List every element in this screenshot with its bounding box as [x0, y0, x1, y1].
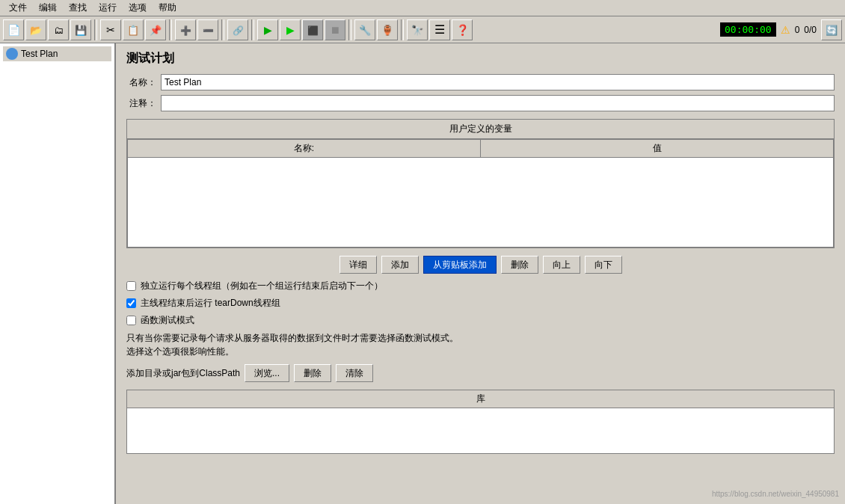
variables-btn-row: 详细 添加 从剪贴板添加 删除 向上 向下	[126, 256, 835, 274]
stoprec-icon	[330, 24, 340, 36]
detail-button[interactable]: 详细	[339, 256, 377, 274]
menu-edit[interactable]: 编辑	[33, 0, 63, 16]
variables-body	[127, 158, 834, 248]
menu-find[interactable]: 查找	[63, 0, 93, 16]
comment-row: 注释：	[126, 95, 835, 111]
refresh-icon	[826, 24, 838, 36]
checkbox2-label[interactable]: 主线程结束后运行 tearDown线程组	[141, 297, 280, 310]
collapse-button[interactable]	[197, 19, 218, 40]
info-line1: 只有当你需要记录每个请求从服务器取得的数据到文件时才需要选择函数测试模式。	[126, 331, 835, 345]
toolbar-time-area: 00:00:00 0 0/0	[720, 19, 842, 40]
section-title: 测试计划	[126, 51, 835, 67]
startno-button[interactable]	[280, 19, 301, 40]
checkbox2[interactable]	[126, 298, 136, 308]
checkbox1-label[interactable]: 独立运行每个线程组（例如在一个组运行结束后启动下一个）	[141, 280, 383, 292]
stop-button[interactable]	[302, 19, 323, 40]
library-section: 库	[126, 390, 835, 454]
start-icon	[264, 24, 272, 36]
tree-panel: Test Plan	[0, 43, 116, 504]
info-line2: 选择这个选项很影响性能。	[126, 345, 835, 358]
new-button[interactable]	[3, 19, 24, 40]
save-button[interactable]	[70, 19, 91, 40]
library-header: 库	[127, 390, 834, 408]
collapse-icon	[203, 24, 214, 36]
refresh-button[interactable]	[821, 19, 842, 40]
add-button[interactable]: 添加	[381, 256, 419, 274]
menu-help[interactable]: 帮助	[153, 0, 182, 16]
checkbox1-row: 独立运行每个线程组（例如在一个组运行结束后启动下一个）	[126, 280, 835, 292]
classpath-delete-button[interactable]: 删除	[294, 364, 331, 382]
paste-icon	[150, 24, 162, 36]
separator-6	[401, 19, 404, 40]
checkbox3-row: 函数测试模式	[126, 314, 835, 327]
startno-icon	[286, 24, 295, 36]
name-label: 名称：	[126, 76, 156, 89]
variables-section: 用户定义的变量 名称: 值	[126, 119, 835, 248]
tree-item-label: Test Plan	[21, 49, 58, 59]
checkbox3[interactable]	[126, 316, 136, 325]
separator-1	[94, 19, 97, 40]
menu-bar: 文件 编辑 查找 运行 选项 帮助	[0, 0, 845, 16]
info-text: 只有当你需要记录每个请求从服务器取得的数据到文件时才需要选择函数测试模式。 选择…	[126, 331, 835, 358]
start-button[interactable]	[257, 19, 278, 40]
open-button[interactable]	[25, 19, 46, 40]
remote-icon	[233, 24, 244, 36]
up-button[interactable]: 向上	[543, 256, 580, 274]
down-button[interactable]: 向下	[585, 256, 622, 274]
testplan-icon	[6, 48, 18, 60]
cut-icon	[106, 24, 115, 36]
copy-icon	[127, 24, 139, 36]
col-name: 名称:	[128, 140, 481, 158]
separator-2	[169, 19, 172, 40]
name-row: 名称：	[126, 74, 835, 90]
open-icon	[30, 24, 42, 36]
checkbox2-row: 主线程结束后运行 tearDown线程组	[126, 297, 835, 310]
templates-icon	[54, 24, 64, 36]
func-icon	[359, 24, 371, 36]
time-display: 00:00:00	[720, 22, 776, 37]
separator-5	[348, 19, 351, 40]
error-ratio: 0/0	[804, 25, 817, 35]
comment-input[interactable]	[161, 95, 835, 111]
help-icon	[456, 24, 469, 36]
paste-button[interactable]	[145, 19, 166, 40]
search-button[interactable]	[407, 19, 428, 40]
menu-options[interactable]: 选项	[123, 0, 153, 16]
expand-button[interactable]	[175, 19, 196, 40]
name-input[interactable]	[161, 74, 835, 90]
new-icon	[7, 24, 20, 36]
stop-icon	[307, 24, 319, 36]
list-button[interactable]	[429, 19, 450, 40]
expand-icon	[180, 24, 191, 36]
col-value: 值	[481, 140, 834, 158]
checkbox1[interactable]	[126, 281, 136, 291]
delete-button[interactable]: 删除	[501, 256, 538, 274]
templates-button[interactable]	[48, 19, 69, 40]
watermark: https://blog.csdn.net/weixin_44950981	[712, 490, 839, 498]
toolbar: 00:00:00 0 0/0	[0, 16, 845, 43]
copy-button[interactable]	[123, 19, 144, 40]
checkbox3-label[interactable]: 函数测试模式	[141, 314, 194, 327]
warn-icon	[781, 24, 790, 36]
browse-button[interactable]: 浏览...	[245, 364, 289, 382]
save-icon	[75, 24, 87, 36]
search-icon	[411, 24, 423, 36]
menu-file[interactable]: 文件	[3, 0, 33, 16]
content-panel: 测试计划 名称： 注释： 用户定义的变量 名称: 值	[116, 43, 845, 504]
classpath-clear-button[interactable]: 清除	[336, 364, 373, 382]
func-button[interactable]	[354, 19, 375, 40]
stoprec-button[interactable]	[325, 19, 345, 40]
tree-button[interactable]	[377, 19, 398, 40]
help-button[interactable]	[452, 19, 473, 40]
separator-4	[251, 19, 254, 40]
menu-run[interactable]: 运行	[93, 0, 123, 16]
tree-item-testplan[interactable]: Test Plan	[3, 46, 111, 61]
comment-label: 注释：	[126, 97, 156, 110]
remote-button[interactable]	[227, 19, 248, 40]
tree-icon	[381, 24, 393, 36]
cut-button[interactable]	[100, 19, 121, 40]
main-layout: Test Plan 测试计划 名称： 注释： 用户定义的变量 名称: 值	[0, 43, 845, 504]
add-clipboard-button[interactable]: 从剪贴板添加	[423, 256, 497, 274]
variables-header: 用户定义的变量	[127, 120, 834, 139]
variables-table: 名称: 值	[127, 139, 834, 158]
